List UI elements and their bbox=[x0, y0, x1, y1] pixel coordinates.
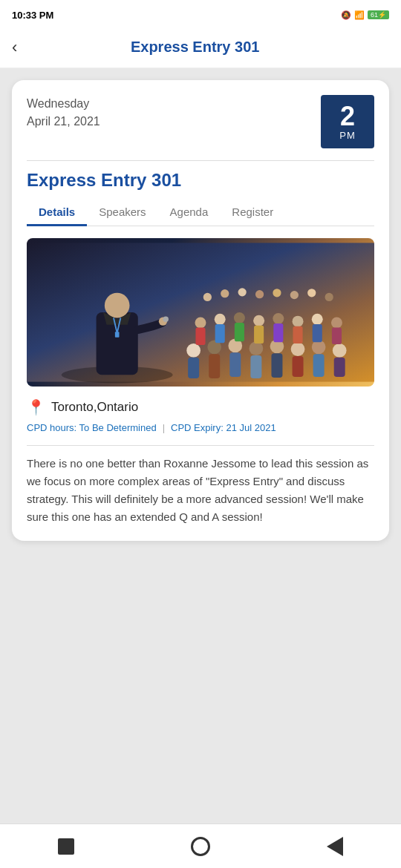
svg-point-39 bbox=[221, 289, 229, 297]
svg-point-44 bbox=[307, 289, 316, 297]
circle-icon bbox=[191, 837, 210, 856]
home-button[interactable] bbox=[191, 837, 210, 856]
svg-rect-34 bbox=[273, 323, 283, 342]
event-card: Wednesday April 21, 2021 2 PM Express En… bbox=[12, 80, 389, 541]
tab-agenda[interactable]: Agenda bbox=[158, 200, 221, 226]
date-row: Wednesday April 21, 2021 2 PM bbox=[27, 95, 374, 148]
location-row: 📍 Toronto,Ontario bbox=[27, 398, 374, 416]
svg-point-45 bbox=[325, 293, 333, 301]
event-date: Wednesday April 21, 2021 bbox=[27, 95, 100, 131]
battery-icon: 61⚡ bbox=[368, 10, 389, 19]
triangle-icon bbox=[327, 837, 343, 856]
svg-point-22 bbox=[195, 318, 206, 329]
status-time: 10:33 PM bbox=[12, 10, 53, 21]
time-unit: PM bbox=[339, 130, 356, 141]
svg-point-5 bbox=[163, 317, 168, 322]
content-divider bbox=[27, 445, 374, 446]
svg-rect-21 bbox=[334, 358, 345, 377]
svg-rect-46 bbox=[115, 332, 120, 337]
svg-rect-36 bbox=[313, 324, 322, 342]
svg-point-38 bbox=[203, 293, 212, 301]
svg-rect-31 bbox=[215, 324, 225, 343]
svg-point-29 bbox=[331, 318, 342, 329]
svg-rect-33 bbox=[254, 326, 264, 343]
svg-point-43 bbox=[290, 291, 299, 299]
svg-point-40 bbox=[238, 288, 247, 296]
svg-rect-16 bbox=[229, 352, 241, 377]
event-image bbox=[27, 238, 374, 387]
svg-rect-15 bbox=[209, 354, 220, 378]
cpd-expiry: CPD Expiry: 21 Jul 2021 bbox=[171, 422, 276, 433]
svg-point-25 bbox=[253, 315, 264, 326]
tab-register[interactable]: Register bbox=[220, 200, 285, 226]
svg-rect-20 bbox=[313, 354, 325, 377]
svg-point-27 bbox=[293, 316, 304, 327]
svg-point-12 bbox=[312, 340, 326, 354]
app-header: ‹ Express Entry 301 bbox=[0, 27, 401, 68]
svg-point-6 bbox=[186, 343, 200, 358]
event-title: Express Entry 301 bbox=[27, 170, 374, 191]
svg-rect-14 bbox=[188, 358, 199, 378]
event-description: There is no one better than Roxanne Jess… bbox=[27, 455, 374, 526]
svg-rect-32 bbox=[235, 323, 244, 341]
main-content: Wednesday April 21, 2021 2 PM Express En… bbox=[0, 68, 401, 823]
header-title: Express Entry 301 bbox=[26, 39, 364, 56]
back-button[interactable]: ‹ bbox=[12, 38, 17, 57]
status-bar: 10:33 PM 🔕 📶 61⚡ bbox=[0, 0, 401, 27]
svg-point-28 bbox=[312, 314, 323, 325]
svg-point-41 bbox=[255, 290, 264, 298]
svg-rect-37 bbox=[332, 328, 342, 344]
svg-point-13 bbox=[333, 343, 347, 358]
time-number: 2 bbox=[340, 103, 355, 130]
svg-rect-35 bbox=[293, 326, 302, 343]
status-icons: 🔕 📶 61⚡ bbox=[341, 10, 389, 20]
conference-illustration bbox=[27, 238, 374, 387]
square-icon bbox=[58, 838, 74, 855]
svg-point-24 bbox=[234, 312, 245, 323]
tab-details[interactable]: Details bbox=[27, 200, 87, 226]
svg-point-3 bbox=[105, 293, 130, 318]
svg-rect-17 bbox=[250, 355, 261, 378]
cpd-hours: CPD hours: To Be Determined bbox=[27, 422, 157, 433]
mute-icon: 🔕 bbox=[341, 10, 351, 20]
back-nav-button[interactable] bbox=[327, 837, 343, 856]
location-pin-icon: 📍 bbox=[27, 398, 45, 416]
square-button[interactable] bbox=[58, 838, 74, 855]
svg-point-42 bbox=[273, 289, 281, 297]
svg-point-11 bbox=[291, 342, 305, 356]
svg-point-26 bbox=[273, 313, 284, 324]
svg-rect-19 bbox=[293, 356, 304, 377]
cpd-separator: | bbox=[163, 422, 165, 433]
tabs: Details Speakers Agenda Register bbox=[27, 200, 374, 226]
svg-point-23 bbox=[215, 314, 226, 325]
svg-rect-30 bbox=[195, 328, 205, 345]
tab-speakers[interactable]: Speakers bbox=[87, 200, 157, 226]
cpd-row: CPD hours: To Be Determined | CPD Expiry… bbox=[27, 422, 374, 433]
signal-icon: 📶 bbox=[354, 10, 365, 20]
time-badge: 2 PM bbox=[321, 95, 374, 148]
divider bbox=[27, 160, 374, 161]
location-text: Toronto,Ontario bbox=[51, 400, 138, 415]
bottom-nav bbox=[0, 823, 401, 868]
svg-rect-18 bbox=[271, 353, 282, 378]
